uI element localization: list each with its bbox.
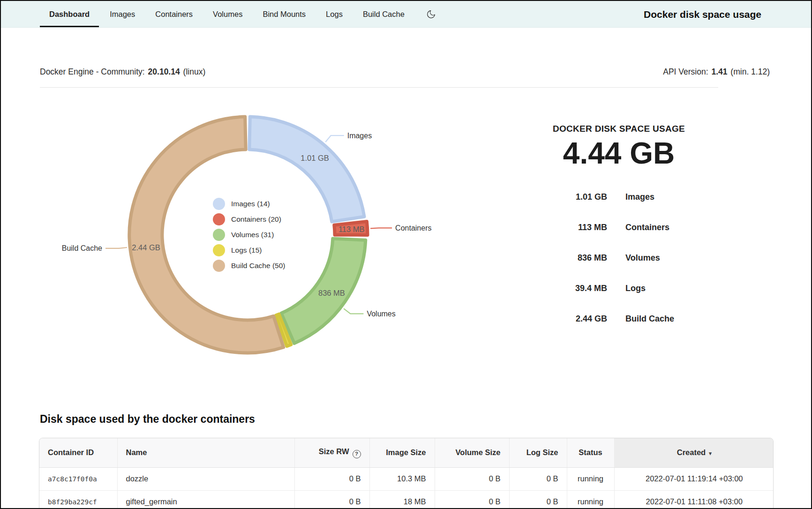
column-label: Container ID: [48, 448, 94, 457]
column-header-status[interactable]: Status: [567, 438, 614, 467]
column-header-image-size[interactable]: Image Size: [369, 438, 435, 467]
summary-row-volumes: 836 MBVolumes: [517, 243, 721, 273]
app-title: Docker disk space usage: [644, 1, 761, 28]
segment-volumes[interactable]: [281, 239, 366, 343]
summary-size: 2.44 GB: [517, 314, 607, 324]
summary-row-build-cache: 2.44 GBBuild Cache: [517, 304, 721, 334]
segment-containers[interactable]: [334, 222, 368, 235]
summary-label: Logs: [625, 284, 646, 293]
tab-logs[interactable]: Logs: [316, 1, 352, 27]
cell-created: 2022-07-01 11:19:14 +03:00: [614, 467, 774, 490]
cell-status: running: [567, 467, 614, 490]
summary-label: Containers: [625, 223, 669, 232]
callout-label-volumes: Volumes: [367, 310, 395, 318]
column-label: Size RW: [319, 447, 349, 456]
column-header-name[interactable]: Name: [117, 438, 294, 467]
tab-images[interactable]: Images: [100, 1, 144, 27]
cell-image_size: 10.3 MB: [369, 467, 435, 490]
chart-legend: Images (14)Containers (20)Volumes (31)Lo…: [213, 196, 285, 273]
engine-version: 20.10.14: [148, 67, 180, 76]
legend-swatch: [213, 260, 225, 272]
legend-swatch: [213, 198, 225, 210]
tab-bind-mounts[interactable]: Bind Mounts: [253, 1, 315, 27]
column-label: Name: [126, 448, 147, 457]
legend-label: Logs (15): [231, 246, 262, 254]
callout-line: [105, 247, 127, 248]
cell-status: running: [567, 490, 614, 509]
top-nav: DashboardImagesContainersVolumesBind Mou…: [1, 1, 811, 28]
tab-dashboard[interactable]: Dashboard: [40, 1, 99, 27]
moon-icon: [426, 9, 436, 19]
column-label: Status: [579, 448, 602, 457]
summary-label: Build Cache: [625, 314, 674, 324]
summary-size: 39.4 MB: [517, 284, 607, 293]
summary-size: 1.01 GB: [517, 192, 607, 202]
cell-volume_size: 0 B: [435, 490, 509, 509]
cell-created: 2022-07-01 11:11:08 +03:00: [614, 490, 774, 509]
cell-image_size: 18 MB: [369, 490, 435, 509]
column-label: Created: [677, 448, 706, 457]
callout-line: [325, 135, 344, 142]
api-min-version: (min. 1.12): [730, 67, 770, 76]
engine-platform: (linux): [183, 67, 206, 76]
column-label: Image Size: [386, 448, 426, 457]
callout-line: [370, 228, 392, 228]
containers-table-wrap: Container IDNameSize RW?Image SizeVolume…: [39, 438, 774, 509]
nav-tabs: DashboardImagesContainersVolumesBind Mou…: [40, 1, 414, 27]
legend-swatch: [213, 244, 225, 256]
legend-label: Build Cache (50): [231, 262, 285, 270]
engine-version-text: Docker Engine - Community: 20.10.14 (lin…: [40, 67, 205, 77]
engine-label: Docker Engine - Community:: [40, 67, 145, 76]
legend-swatch: [213, 229, 225, 241]
containers-table: Container IDNameSize RW?Image SizeVolume…: [39, 438, 774, 509]
cell-name: gifted_germain: [117, 490, 294, 509]
summary-row-logs: 39.4 MBLogs: [517, 273, 721, 304]
callout-label-build-cache: Build Cache: [62, 244, 102, 252]
summary-row-containers: 113 MBContainers: [517, 212, 721, 243]
api-version-text: API Version: 1.41 (min. 1.12): [663, 67, 770, 77]
summary-label: Images: [625, 192, 654, 202]
cell-container_id: b8f29ba229cf: [39, 490, 117, 509]
dark-mode-toggle[interactable]: [426, 9, 436, 19]
tab-volumes[interactable]: Volumes: [203, 1, 252, 27]
docker-disk-usage-app: { "nav": { "tabs": [ {"label": "Dashboar…: [0, 0, 812, 509]
callout-label-containers: Containers: [395, 224, 431, 232]
tab-containers[interactable]: Containers: [146, 1, 202, 27]
legend-item-build-cache[interactable]: Build Cache (50): [213, 258, 285, 273]
cell-name: dozzle: [117, 467, 294, 490]
cell-container_id: a7c8c17f0f0a: [39, 467, 117, 490]
legend-item-logs[interactable]: Logs (15): [213, 242, 285, 258]
tab-build-cache[interactable]: Build Cache: [353, 1, 414, 27]
cell-size_rw: 0 B: [294, 467, 369, 490]
summary-size: 113 MB: [517, 223, 607, 232]
legend-swatch: [213, 213, 225, 225]
summary-total: 4.44 GB: [517, 136, 721, 171]
summary-size: 836 MB: [517, 253, 607, 263]
column-header-volume-size[interactable]: Volume Size: [435, 438, 509, 467]
legend-label: Containers (20): [231, 215, 281, 224]
column-header-created[interactable]: Created▾: [614, 438, 774, 467]
legend-label: Images (14): [231, 200, 270, 208]
containers-section-heading: Disk space used by the docker containers: [40, 413, 255, 426]
legend-item-images[interactable]: Images (14): [213, 196, 285, 211]
engine-info-row: Docker Engine - Community: 20.10.14 (lin…: [40, 67, 770, 77]
column-header-log-size[interactable]: Log Size: [509, 438, 567, 467]
column-header-size-rw[interactable]: Size RW?: [294, 438, 369, 467]
summary-heading: DOCKER DISK SPACE USAGE: [517, 124, 721, 134]
sort-caret-icon: ▾: [709, 450, 712, 456]
callout-label-images: Images: [347, 132, 372, 140]
table-row: a7c8c17f0f0adozzle0 B10.3 MB0 B0 Brunnin…: [39, 467, 774, 490]
divider: [40, 87, 718, 88]
legend-item-containers[interactable]: Containers (20): [213, 211, 285, 227]
column-label: Log Size: [526, 448, 558, 457]
cell-log_size: 0 B: [509, 467, 567, 490]
cell-log_size: 0 B: [509, 490, 567, 509]
legend-item-volumes[interactable]: Volumes (31): [213, 227, 285, 242]
table-header-row: Container IDNameSize RW?Image SizeVolume…: [39, 438, 774, 467]
column-label: Volume Size: [456, 448, 501, 457]
disk-usage-summary: DOCKER DISK SPACE USAGE 4.44 GB 1.01 GBI…: [517, 124, 721, 334]
cell-size_rw: 0 B: [294, 490, 369, 509]
help-icon[interactable]: ?: [353, 450, 361, 458]
column-header-container-id[interactable]: Container ID: [39, 438, 117, 467]
cell-volume_size: 0 B: [435, 467, 509, 490]
